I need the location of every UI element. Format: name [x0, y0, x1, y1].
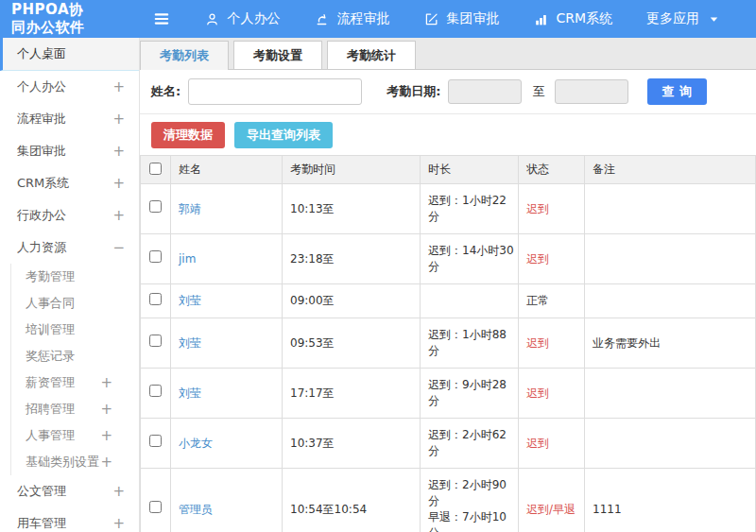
top-navigation: 个人办公 流程审批 集团审批 CRM系统 更多应用	[204, 10, 756, 27]
topnav-crm-system[interactable]: CRM系统	[533, 10, 612, 27]
employee-name-link[interactable]: jim	[179, 252, 196, 266]
sidebar-subitem-salary-management[interactable]: 薪资管理 +	[11, 369, 139, 396]
duration-cell: 迟到：9小时28分	[421, 369, 519, 419]
sidebar-item-document-management[interactable]: 公文管理 +	[0, 475, 139, 507]
note-cell	[585, 419, 756, 469]
status-cell: 迟到	[519, 184, 585, 234]
header-duration: 时长	[421, 156, 519, 184]
note-cell: 1111	[585, 469, 756, 532]
status-cell: 迟到	[519, 318, 585, 369]
row-checkbox[interactable]	[149, 293, 162, 305]
topnav-group-approval[interactable]: 集团审批	[423, 10, 499, 27]
attendance-time-cell: 10:13至	[283, 184, 421, 234]
status-cell: 迟到	[519, 369, 585, 419]
attendance-time-cell: 17:17至	[283, 369, 421, 419]
sidebar-subitem-personnel-contract[interactable]: 人事合同	[11, 290, 139, 317]
main-content: 考勤列表 考勤设置 考勤统计 姓名: 考勤日期: 至 查 询 清理数据 导出查询…	[140, 38, 756, 532]
sidebar-subitem-personnel-management[interactable]: 人事管理 +	[11, 422, 139, 449]
attendance-time-cell: 09:53至	[283, 318, 421, 369]
topnav-workflow-approval[interactable]: 流程审批	[314, 10, 389, 27]
expand-toggle[interactable]: +	[112, 517, 125, 531]
attendance-table: 姓名 考勤时间 时长 状态 备注 郭靖 10:13至 迟到：1小时22分	[140, 155, 756, 532]
attendance-table-container: 姓名 考勤时间 时长 状态 备注 郭靖 10:13至 迟到：1小时22分	[140, 155, 756, 532]
sidebar-item-personal-office[interactable]: 个人办公 +	[0, 71, 139, 103]
sidebar-subitem-attendance-management[interactable]: 考勤管理	[11, 264, 139, 290]
expand-toggle[interactable]: +	[112, 112, 125, 127]
select-all-checkbox[interactable]	[149, 163, 162, 175]
edit-icon	[423, 11, 439, 27]
actions-bar: 清理数据 导出查询列表	[140, 114, 756, 155]
name-filter-input[interactable]	[188, 78, 362, 105]
sidebar-subitem-base-category-settings[interactable]: 基础类别设置 +	[11, 449, 139, 475]
expand-toggle[interactable]: +	[112, 485, 125, 499]
duration-cell: 迟到：1小时22分	[421, 184, 519, 234]
tab-attendance-statistics[interactable]: 考勤统计	[327, 41, 416, 69]
expand-toggle[interactable]: +	[100, 429, 112, 443]
employee-name-link[interactable]: 刘莹	[179, 386, 201, 400]
date-from-input[interactable]	[448, 79, 522, 104]
caret-down-icon	[706, 11, 722, 27]
expand-toggle[interactable]: +	[112, 177, 125, 191]
app-logo: PHPOA协同办公软件	[0, 1, 96, 37]
table-row: 管理员 10:54至10:54 迟到：2小时90分早退：7小时10分 迟到/早退…	[141, 469, 756, 532]
name-filter-label: 姓名:	[151, 83, 180, 100]
clear-data-button[interactable]: 清理数据	[151, 122, 225, 148]
export-list-button[interactable]: 导出查询列表	[234, 122, 333, 148]
employee-name-link[interactable]: 管理员	[179, 503, 213, 516]
tab-attendance-settings[interactable]: 考勤设置	[233, 41, 322, 69]
header-time: 考勤时间	[283, 156, 421, 184]
topnav-label: CRM系统	[556, 10, 612, 27]
topnav-personal-office[interactable]: 个人办公	[204, 10, 280, 27]
sidebar-item-admin-office[interactable]: 行政办公 +	[0, 199, 139, 232]
row-checkbox[interactable]	[149, 250, 162, 263]
expand-toggle[interactable]: +	[100, 376, 112, 390]
table-row: 刘莹 09:00至 正常	[141, 284, 756, 318]
sidebar-item-workflow-approval[interactable]: 流程审批 +	[0, 103, 139, 135]
expand-toggle[interactable]: +	[112, 145, 125, 159]
status-cell: 迟到	[519, 234, 585, 284]
note-cell	[585, 369, 756, 419]
expand-toggle[interactable]: +	[100, 403, 112, 417]
row-checkbox[interactable]	[149, 385, 162, 397]
table-row: 刘莹 17:17至 迟到：9小时28分 迟到	[141, 369, 756, 419]
tab-attendance-list[interactable]: 考勤列表	[140, 41, 229, 70]
expand-toggle[interactable]: +	[112, 209, 125, 223]
topnav-label: 集团审批	[446, 10, 499, 27]
employee-name-link[interactable]: 刘莹	[179, 336, 201, 350]
row-checkbox[interactable]	[149, 501, 162, 513]
table-row: jim 23:18至 迟到：14小时30分 迟到	[141, 234, 756, 284]
expand-toggle[interactable]: +	[112, 80, 125, 94]
note-cell: 业务需要外出	[585, 318, 756, 369]
employee-name-link[interactable]: 小龙女	[179, 437, 213, 450]
duration-cell: 迟到：1小时88分	[421, 318, 519, 369]
row-checkbox[interactable]	[149, 435, 162, 447]
search-button[interactable]: 查 询	[647, 78, 707, 105]
collapse-toggle[interactable]: −	[112, 241, 125, 255]
sidebar-item-vehicle-management[interactable]: 用车管理 +	[0, 507, 139, 532]
date-to-input[interactable]	[555, 79, 628, 104]
chart-icon	[533, 11, 549, 27]
hr-submenu: 考勤管理 人事合同 培训管理 奖惩记录 薪资管理 + 招聘管理 +	[10, 264, 139, 475]
sidebar-item-group-approval[interactable]: 集团审批 +	[0, 135, 139, 167]
table-row: 刘莹 09:53至 迟到：1小时88分 迟到 业务需要外出	[141, 318, 756, 369]
employee-name-link[interactable]: 郭靖	[179, 202, 201, 215]
topnav-more-apps[interactable]: 更多应用	[646, 10, 722, 27]
note-cell	[585, 284, 756, 318]
header-note: 备注	[585, 156, 756, 184]
sidebar-subitem-recruitment-management[interactable]: 招聘管理 +	[11, 396, 139, 422]
header-name: 姓名	[171, 156, 283, 184]
date-to-label: 至	[532, 83, 544, 100]
menu-toggle-icon[interactable]	[151, 9, 172, 29]
sidebar: 个人桌面 个人办公 + 流程审批 + 集团审批 + CRM系统 +	[0, 38, 140, 532]
duration-cell: 迟到：2小时90分早退：7小时10分	[421, 469, 519, 532]
employee-name-link[interactable]: 刘莹	[179, 294, 201, 307]
sidebar-item-human-resources[interactable]: 人力资源 −	[0, 232, 139, 264]
row-checkbox[interactable]	[149, 335, 162, 347]
expand-toggle[interactable]: +	[100, 455, 112, 470]
sidebar-item-crm-system[interactable]: CRM系统 +	[0, 167, 139, 199]
sidebar-subitem-reward-punishment[interactable]: 奖惩记录	[11, 343, 139, 369]
row-checkbox[interactable]	[149, 200, 162, 213]
filter-bar: 姓名: 考勤日期: 至 查 询	[140, 70, 756, 114]
sidebar-item-personal-desktop[interactable]: 个人桌面	[0, 38, 139, 71]
sidebar-subitem-training-management[interactable]: 培训管理	[11, 317, 139, 343]
